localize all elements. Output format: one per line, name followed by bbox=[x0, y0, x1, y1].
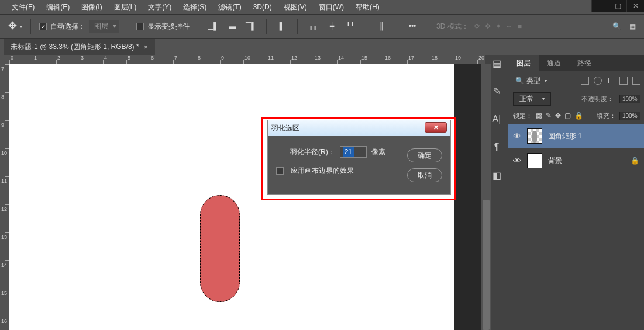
3d-dolly-icon[interactable]: ✦ bbox=[495, 22, 501, 30]
workspace-icon[interactable]: ▦ bbox=[629, 22, 636, 30]
3d-camera-icon[interactable]: ■ bbox=[518, 22, 522, 30]
lock-label: 锁定： bbox=[513, 112, 532, 120]
visibility-icon[interactable]: 👁 bbox=[513, 131, 521, 141]
opacity-label: 不透明度： bbox=[581, 95, 614, 103]
dialog-titlebar[interactable]: 羽化选区 ✕ bbox=[268, 120, 450, 136]
fill-value[interactable]: 100% bbox=[619, 112, 639, 120]
lock-artboard-icon[interactable]: ▢ bbox=[564, 112, 571, 120]
menu-edit[interactable]: 编辑(E) bbox=[40, 0, 75, 15]
filter-smart-icon[interactable] bbox=[632, 77, 640, 85]
maximize-button[interactable]: ▢ bbox=[609, 0, 626, 12]
menu-3d[interactable]: 3D(D) bbox=[247, 1, 278, 13]
tab-paths[interactable]: 路径 bbox=[569, 55, 600, 71]
paragraph-panel-icon[interactable]: ¶ bbox=[490, 141, 504, 153]
filter-type-icon[interactable]: T bbox=[607, 77, 615, 85]
menu-file[interactable]: 文件(F) bbox=[6, 0, 40, 15]
apply-canvas-effect-checkbox[interactable] bbox=[276, 167, 284, 175]
cancel-button[interactable]: 取消 bbox=[407, 168, 442, 182]
auto-select-label: 自动选择： bbox=[50, 22, 85, 32]
move-tool-icon[interactable]: ▾ bbox=[8, 19, 22, 33]
ruler-horizontal: 0123456789101112131415161718192021 bbox=[9, 55, 485, 64]
menu-image[interactable]: 图像(I) bbox=[75, 0, 108, 15]
lock-pixels-icon[interactable]: ▩ bbox=[536, 112, 542, 120]
search-icon[interactable]: 🔍 bbox=[612, 22, 621, 30]
chevron-down-icon: ▾ bbox=[545, 78, 547, 84]
menu-window[interactable]: 窗口(W) bbox=[313, 0, 350, 15]
layer-thumbnail[interactable] bbox=[527, 128, 542, 144]
close-window-button[interactable]: ✕ bbox=[626, 0, 644, 12]
align-bottom-icon[interactable]: ▔▌ bbox=[244, 19, 258, 33]
layer-thumbnail[interactable] bbox=[527, 153, 542, 168]
distribute-vcenter-icon[interactable]: ┿ bbox=[325, 19, 339, 33]
radius-value: 21 bbox=[343, 147, 354, 157]
menu-layer[interactable]: 图层(L) bbox=[108, 0, 143, 15]
mode3d-label: 3D 模式： bbox=[436, 22, 469, 32]
show-transform-checkbox[interactable] bbox=[136, 23, 144, 30]
radius-input[interactable]: 21 bbox=[340, 146, 367, 158]
lock-row: 锁定： ▩ ✎ ✥ ▢ 🔒 填充： 100% bbox=[508, 107, 644, 124]
layers-list: 👁 圆角矩形 1 👁 背景 🔒 bbox=[508, 124, 644, 330]
distribute-horiz-icon[interactable]: ║ bbox=[374, 19, 388, 33]
dialog-title: 羽化选区 bbox=[271, 123, 299, 133]
close-tab-icon[interactable]: × bbox=[144, 43, 149, 51]
blend-mode-dropdown[interactable]: 正常 ▾ bbox=[513, 92, 551, 106]
opacity-value[interactable]: 100% bbox=[619, 95, 639, 103]
layer-name: 背景 bbox=[548, 156, 562, 166]
menu-select[interactable]: 选择(S) bbox=[177, 0, 212, 15]
layer-filter-label: 类型 bbox=[526, 76, 540, 86]
radius-unit: 像素 bbox=[371, 147, 385, 157]
layer-row[interactable]: 👁 圆角矩形 1 bbox=[508, 124, 644, 148]
align-top-icon[interactable]: ▁▌ bbox=[206, 19, 221, 33]
tab-layers[interactable]: 图层 bbox=[508, 55, 539, 71]
document-tab-title: 未标题-1 @ 33.3% (圆角矩形 1, RGB/8) * bbox=[11, 42, 139, 52]
document-tab[interactable]: 未标题-1 @ 33.3% (圆角矩形 1, RGB/8) * × bbox=[4, 39, 155, 55]
menu-help[interactable]: 帮助(H) bbox=[350, 0, 385, 15]
layer-row[interactable]: 👁 背景 🔒 bbox=[508, 148, 644, 173]
history-panel-icon[interactable]: ▤ bbox=[490, 57, 504, 69]
char-panel-icon[interactable]: A| bbox=[490, 113, 504, 125]
scrollbar-thumb[interactable] bbox=[483, 200, 490, 330]
3d-panel-icon[interactable]: ◧ bbox=[490, 169, 504, 181]
blend-row: 正常 ▾ 不透明度： 100% bbox=[508, 90, 644, 107]
auto-select-target-dropdown[interactable]: 图层 bbox=[89, 20, 119, 33]
feather-dialog: 羽化选区 ✕ 羽化半径(R)： 21 像素 应用画布边界的效果 确定 取消 bbox=[267, 120, 451, 195]
filter-pixel-icon[interactable] bbox=[581, 77, 589, 85]
dialog-close-button[interactable]: ✕ bbox=[425, 122, 447, 133]
ruler-corner bbox=[0, 55, 9, 64]
blend-mode-value: 正常 bbox=[519, 94, 533, 104]
fill-label: 填充： bbox=[597, 112, 616, 120]
minimize-button[interactable]: — bbox=[591, 0, 609, 12]
lock-brush-icon[interactable]: ✎ bbox=[546, 112, 552, 120]
align-left-icon[interactable]: ▌ bbox=[275, 19, 289, 33]
filter-adjust-icon[interactable] bbox=[594, 77, 602, 85]
menu-type[interactable]: 文字(Y) bbox=[142, 0, 177, 15]
menu-view[interactable]: 视图(V) bbox=[278, 0, 313, 15]
3d-pan-icon[interactable]: ✥ bbox=[485, 22, 491, 30]
visibility-icon[interactable]: 👁 bbox=[513, 156, 521, 165]
more-icon[interactable]: ••• bbox=[405, 19, 419, 33]
distribute-bottom-icon[interactable]: ╹╹ bbox=[343, 19, 357, 33]
3d-orbit-icon[interactable]: ⟳ bbox=[474, 22, 480, 30]
3d-slide-icon[interactable]: ↔ bbox=[506, 22, 513, 30]
filter-shape-icon[interactable] bbox=[619, 77, 628, 85]
auto-select-checkbox[interactable] bbox=[39, 23, 47, 30]
lock-all-icon[interactable]: 🔒 bbox=[574, 112, 583, 120]
layer-filter-row: 🔍 类型 ▾ T bbox=[508, 71, 644, 90]
align-group-1: ▁▌ ▬ ▔▌ bbox=[206, 19, 258, 33]
search-icon: 🔍 bbox=[515, 77, 524, 85]
lock-icon: 🔒 bbox=[631, 157, 639, 165]
brush-panel-icon[interactable]: ✎ bbox=[490, 85, 504, 97]
document-tabs: 未标题-1 @ 33.3% (圆角矩形 1, RGB/8) * × bbox=[0, 39, 644, 55]
tab-channels[interactable]: 通道 bbox=[539, 55, 569, 71]
ruler-vertical: 78910111213141516 bbox=[0, 64, 9, 330]
distribute-top-icon[interactable]: ╻╻ bbox=[306, 19, 320, 33]
vertical-scrollbar[interactable] bbox=[481, 64, 491, 330]
menu-filter[interactable]: 滤镜(T) bbox=[212, 0, 247, 15]
ok-button[interactable]: 确定 bbox=[407, 148, 442, 162]
radius-label: 羽化半径(R)： bbox=[290, 147, 335, 157]
layer-filter-type[interactable]: 🔍 类型 ▾ bbox=[512, 75, 550, 87]
align-vcenter-icon[interactable]: ▬ bbox=[225, 19, 239, 33]
show-transform-group: 显示变换控件 bbox=[136, 22, 190, 32]
lock-move-icon[interactable]: ✥ bbox=[555, 112, 561, 120]
layer-name: 圆角矩形 1 bbox=[548, 131, 582, 141]
